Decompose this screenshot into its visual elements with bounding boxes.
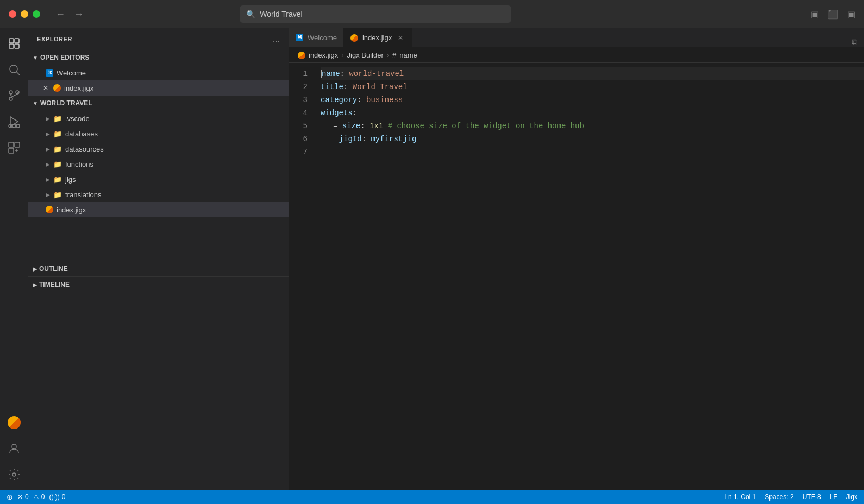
open-editor-index-jigx[interactable]: ✕ index.jigx [28, 80, 289, 96]
code-line-6[interactable]: jigId : myfirstjig [321, 133, 864, 146]
warnings-status[interactable]: ⚠ 0 [33, 493, 45, 501]
sidebar-title: EXPLORER [37, 36, 72, 42]
welcome-tab-icon: ⌘ [296, 34, 303, 41]
breadcrumb-section[interactable]: Jigx Builder [347, 51, 384, 59]
sidebar: EXPLORER ... ▼ OPEN EDITORS ⌘ Welcome ✕ [28, 28, 289, 490]
jigx-activity-icon[interactable] [3, 412, 25, 433]
maximize-button[interactable] [33, 10, 40, 18]
search-bar[interactable]: 🔍 World Travel [240, 5, 511, 23]
file-index-jigx[interactable]: index.jigx [28, 202, 289, 217]
tab-welcome[interactable]: ⌘ Welcome [289, 28, 344, 47]
open-editor-welcome-label: Welcome [57, 69, 86, 77]
code-val-size: 1x1 [370, 119, 383, 133]
world-travel-header[interactable]: ▼ WORLD TRAVEL [28, 96, 289, 111]
svg-point-8 [9, 97, 12, 100]
source-control-activity-icon[interactable] [3, 85, 25, 106]
svg-rect-2 [9, 44, 14, 48]
svg-rect-0 [9, 39, 14, 43]
nav-arrows: ← → [53, 7, 86, 22]
encoding-setting[interactable]: UTF-8 [803, 493, 821, 501]
folder-jigs[interactable]: ▶ 📁 jigs [28, 172, 289, 187]
minimize-button[interactable] [21, 10, 28, 18]
code-line-4[interactable]: widgets: [321, 106, 864, 119]
code-val-jigid: myfirstjig [371, 133, 416, 146]
sidebar-more-actions[interactable]: ... [273, 34, 280, 44]
panel-toggle-icon[interactable]: ⬛ [828, 9, 838, 20]
code-indent-6 [321, 133, 339, 146]
settings-activity-icon[interactable] [3, 464, 25, 486]
code-colon-1: : [340, 67, 349, 80]
outline-header[interactable]: ▶ OUTLINE [28, 261, 289, 276]
editor-area: ⌘ Welcome index.jigx ✕ ⧉ index.jigx › Ji… [289, 28, 864, 490]
folder-jigs-label: jigs [65, 175, 76, 184]
breadcrumb-file[interactable]: index.jigx [309, 51, 338, 59]
breadcrumb-sep-1: › [341, 51, 343, 59]
code-colon-2: : [343, 80, 353, 93]
info-count: 0 [62, 493, 66, 501]
open-editor-welcome[interactable]: ⌘ Welcome [28, 65, 289, 80]
folder-vscode-label: .vscode [65, 115, 90, 123]
search-activity-icon[interactable] [3, 59, 25, 80]
spaces-setting[interactable]: Spaces: 2 [765, 493, 793, 501]
folder-databases[interactable]: ▶ 📁 databases [28, 126, 289, 141]
outline-section: ▶ OUTLINE [28, 261, 289, 276]
forward-arrow[interactable]: → [72, 7, 86, 22]
world-travel-label: WORLD TRAVEL [40, 99, 92, 107]
explorer-activity-icon[interactable] [3, 33, 25, 54]
extensions-activity-icon[interactable] [3, 137, 25, 159]
folder-datasources[interactable]: ▶ 📁 datasources [28, 141, 289, 156]
title-bar-right: ▣ ⬛ ▣ [811, 9, 855, 20]
open-editor-close-icon[interactable]: ✕ [41, 84, 50, 92]
remote-status[interactable]: ⊕ [7, 493, 13, 501]
breadcrumb-hash: # [392, 51, 396, 59]
code-line-1[interactable]: name: world-travel [321, 67, 864, 80]
svg-point-17 [12, 473, 16, 476]
folder-functions-icon: 📁 [53, 160, 62, 168]
layout-icon[interactable]: ▣ [847, 9, 855, 20]
open-editors-header[interactable]: ▼ OPEN EDITORS [28, 50, 289, 65]
tab-index-jigx[interactable]: index.jigx ✕ [344, 28, 412, 47]
folder-translations-chevron: ▶ [46, 192, 50, 198]
code-key-widgets: widgets [321, 106, 353, 119]
svg-rect-15 [9, 148, 14, 153]
world-travel-chevron: ▼ [33, 100, 38, 106]
folder-translations[interactable]: ▶ 📁 translations [28, 187, 289, 202]
timeline-header[interactable]: ▶ TIMELINE [28, 277, 289, 292]
folder-functions[interactable]: ▶ 📁 functions [28, 156, 289, 172]
file-index-jigx-icon [46, 206, 53, 213]
code-val-category: business [366, 93, 403, 106]
code-key-size: size [342, 119, 361, 133]
sidebar-spacer [28, 217, 289, 261]
file-index-jigx-label: index.jigx [57, 206, 86, 214]
code-line-5[interactable]: – size : 1x1 # choose size of the widget… [321, 119, 864, 133]
timeline-chevron: ▶ [33, 282, 37, 288]
code-editor[interactable]: 1 2 3 4 5 6 7 name: world-travel title: … [289, 63, 864, 490]
account-activity-icon[interactable] [3, 438, 25, 459]
line-endings-setting[interactable]: LF [830, 493, 837, 501]
breadcrumb-property[interactable]: name [399, 51, 417, 59]
split-editor-icon[interactable]: ⧉ [852, 37, 857, 47]
code-line-7[interactable] [321, 146, 864, 159]
index-jigx-tab-close[interactable]: ✕ [396, 34, 405, 42]
open-editors-label: OPEN EDITORS [40, 54, 89, 61]
code-line-2[interactable]: title: World Travel [321, 80, 864, 93]
search-icon: 🔍 [246, 10, 255, 18]
code-colon-4: : [353, 106, 357, 119]
code-dash-5: – [333, 119, 342, 133]
index-jigx-tab-label: index.jigx [362, 34, 392, 42]
info-status[interactable]: ((·)) 0 [49, 493, 65, 501]
back-arrow[interactable]: ← [53, 7, 67, 22]
code-content[interactable]: name: world-travel title: World Travel c… [316, 67, 864, 486]
folder-vscode[interactable]: ▶ 📁 .vscode [28, 111, 289, 126]
code-colon-6: : [362, 133, 371, 146]
line-num-7: 7 [289, 146, 308, 159]
code-line-3[interactable]: category: business [321, 93, 864, 106]
errors-status[interactable]: ✕ 0 [17, 493, 29, 501]
close-button[interactable] [9, 10, 16, 18]
svg-rect-3 [15, 44, 19, 48]
run-debug-activity-icon[interactable] [3, 111, 25, 133]
breadcrumb-sep-2: › [387, 51, 389, 59]
sidebar-toggle-icon[interactable]: ▣ [811, 9, 819, 20]
cursor-position[interactable]: Ln 1, Col 1 [724, 493, 756, 501]
language-mode[interactable]: Jigx [846, 493, 857, 501]
